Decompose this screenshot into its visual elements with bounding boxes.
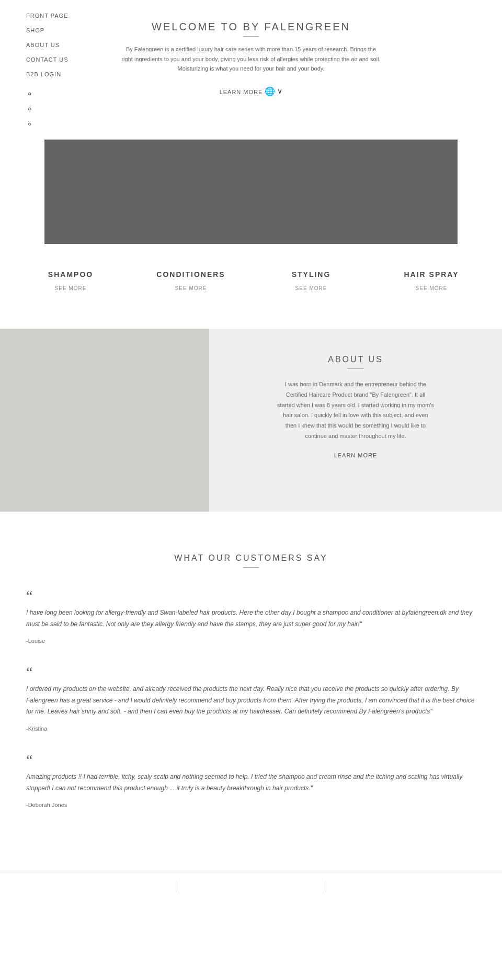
review-item-2: “ I ordered my products on the website, …	[26, 665, 476, 732]
about-divider	[348, 368, 363, 369]
nav-item-shop[interactable]: SHOP	[26, 25, 89, 34]
category-conditioners: CONDITIONERS SEE MORE	[131, 265, 251, 297]
welcome-divider	[243, 36, 259, 37]
customers-section: WHAT OUR CUSTOMERS SAY “ I have long bee…	[0, 522, 502, 860]
welcome-learn-more[interactable]: LEARN MORE	[220, 89, 263, 95]
review-text-2: I ordered my products on the website, an…	[26, 684, 476, 718]
category-conditioners-name: CONDITIONERS	[136, 270, 246, 279]
footer-col-1	[26, 882, 176, 892]
reviewer-name-1: -Louise	[26, 638, 476, 644]
hair-spray-see-more[interactable]: SEE MORE	[416, 285, 448, 291]
customers-title: WHAT OUR CUSTOMERS SAY	[26, 554, 476, 563]
reviewer-name-3: -Deborah Jones	[26, 802, 476, 808]
conditioners-see-more[interactable]: SEE MORE	[175, 285, 207, 291]
review-text-3: Amazing products !! I had terrible, itch…	[26, 771, 476, 794]
footer-col-3	[326, 882, 476, 892]
review-text-1: I have long been looking for allergy-fri…	[26, 607, 476, 630]
about-title: ABOUT US	[328, 355, 383, 364]
welcome-description: By Falengreen is a certified luxury hair…	[120, 44, 382, 74]
search-icon[interactable]: ⚬	[26, 104, 502, 114]
nav-item-b2b-login[interactable]: B2B LOGIN	[26, 69, 89, 78]
about-content: ABOUT US I was born in Denmark and the e…	[209, 329, 502, 512]
nav-item-contact-us[interactable]: CONTACT US	[26, 54, 89, 64]
about-image	[0, 329, 209, 512]
category-styling: STYLING SEE MORE	[251, 265, 371, 297]
nav-item-front-page[interactable]: FRONT PAGE	[26, 10, 89, 20]
styling-see-more[interactable]: SEE MORE	[295, 285, 327, 291]
hero-image	[44, 140, 458, 244]
about-learn-more[interactable]: LEARN MORE	[334, 452, 378, 458]
footer-col-2	[176, 882, 326, 892]
category-styling-name: STYLING	[256, 270, 366, 279]
quote-mark-3: “	[26, 753, 476, 767]
cart-icon[interactable]: ⚬	[26, 119, 502, 129]
category-hair-spray-name: HAIR SPRAY	[376, 270, 486, 279]
reviewer-name-2: -Kristina	[26, 725, 476, 732]
customers-divider	[243, 567, 259, 568]
welcome-section: WELCOME TO BY FALENGREEN By Falengreen i…	[120, 21, 382, 96]
about-text: I was born in Denmark and the entreprene…	[277, 379, 434, 442]
category-shampoo: SHAMPOO SEE MORE	[10, 265, 131, 297]
shampoo-see-more[interactable]: SEE MORE	[55, 285, 87, 291]
nav-item-about-us[interactable]: ABOUT US	[26, 40, 89, 49]
globe-icon: 🌐	[265, 86, 275, 96]
review-item-3: “ Amazing products !! I had terrible, it…	[26, 753, 476, 808]
lang-arrow: ∨	[277, 87, 282, 96]
quote-mark-1: “	[26, 589, 476, 603]
language-selector[interactable]: 🌐 ∨	[265, 86, 282, 96]
about-section: ABOUT US I was born in Denmark and the e…	[0, 329, 502, 512]
review-item-1: “ I have long been looking for allergy-f…	[26, 589, 476, 644]
category-shampoo-name: SHAMPOO	[16, 270, 126, 279]
category-hair-spray: HAIR SPRAY SEE MORE	[371, 265, 492, 297]
footer	[0, 871, 502, 903]
product-categories: SHAMPOO SEE MORE CONDITIONERS SEE MORE S…	[0, 244, 502, 318]
quote-mark-2: “	[26, 665, 476, 679]
welcome-title: WELCOME TO BY FALENGREEN	[120, 21, 382, 33]
